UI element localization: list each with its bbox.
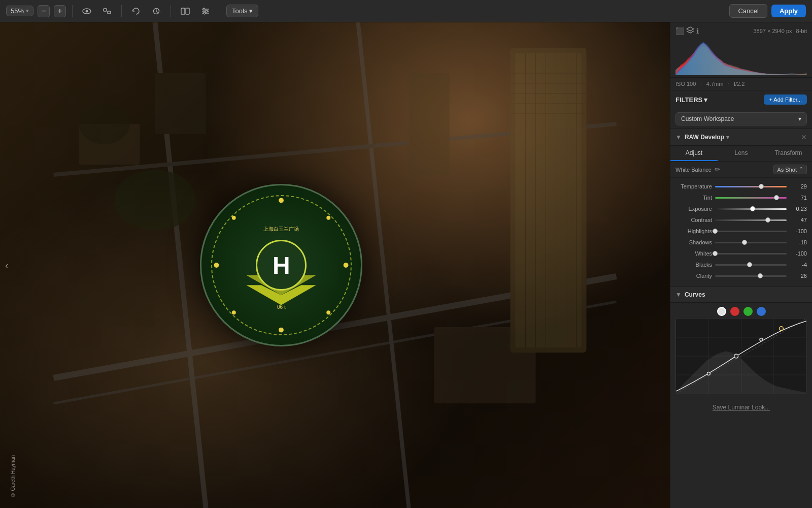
slider-thumb-blacks[interactable]	[747, 262, 752, 267]
histogram-icon[interactable]: ⬛	[675, 27, 684, 35]
slider-value-shadows: -18	[790, 239, 807, 245]
toolbar-right: Cancel Apply	[729, 4, 806, 18]
filters-header: FILTERS ▾ + Add Filter...	[670, 90, 812, 109]
layout-button[interactable]	[177, 3, 193, 19]
raw-develop-header[interactable]: ▼ RAW Develop ▾ ✕	[670, 129, 812, 146]
exif-row: ISO 100 · 4.7mm · f/2.2	[670, 78, 812, 90]
slider-track-shadows[interactable]	[715, 239, 787, 246]
wb-label: White Balance	[675, 167, 712, 173]
slider-thumb-highlights[interactable]	[713, 229, 718, 234]
slider-track-highlights[interactable]	[715, 228, 787, 235]
curve-point-mid[interactable]	[734, 354, 738, 358]
toolbar-separator-4	[220, 5, 220, 17]
white-balance-row: White Balance ✏ As Shot ⌃	[670, 162, 812, 178]
fit-icon	[103, 8, 112, 15]
nav-arrow-left[interactable]: ‹	[5, 260, 9, 271]
tab-transform[interactable]: Transform	[765, 146, 812, 161]
bitdepth-text: 8-bit	[796, 28, 807, 34]
slider-value-highlights: -100	[790, 228, 807, 234]
slider-track-blacks[interactable]	[715, 261, 787, 268]
slider-track-tint[interactable]	[715, 194, 787, 201]
slider-row-temperature: Temperature 29	[675, 183, 807, 190]
svg-rect-2	[104, 9, 107, 11]
workspace-label: Custom Workspace	[681, 115, 734, 122]
curves-header[interactable]: ▼ Curves	[670, 287, 812, 303]
history-button[interactable]	[148, 3, 164, 19]
svg-point-10	[203, 8, 205, 10]
svg-point-24	[79, 104, 130, 144]
tools-dropdown[interactable]: Tools ▾	[226, 5, 258, 17]
slider-thumb-temperature[interactable]	[759, 184, 764, 189]
helipad-h-marker: H	[256, 240, 307, 291]
curves-green-dot[interactable]	[743, 307, 753, 316]
helipad: 上海白玉兰广场 H 06 t	[200, 184, 362, 346]
panel-content[interactable]: ▼ RAW Develop ▾ ✕ Adjust Lens Transform …	[670, 129, 812, 508]
add-filter-button[interactable]: + Add Filter...	[764, 94, 807, 105]
info-icon[interactable]: ℹ	[696, 27, 699, 35]
slider-track-clarity[interactable]	[715, 272, 787, 279]
curves-white-dot[interactable]	[717, 307, 726, 316]
eyedropper-icon[interactable]: ✏	[715, 166, 720, 173]
tab-lens[interactable]: Lens	[718, 146, 765, 161]
curves-collapse-arrow: ▼	[675, 291, 682, 298]
slider-thumb-whites[interactable]	[713, 251, 718, 256]
histogram-icons: ⬛ ℹ	[675, 26, 699, 35]
curve-point-shadow[interactable]	[707, 372, 710, 375]
workspace-dropdown[interactable]: Custom Workspace ▾	[675, 112, 807, 125]
tabs-row: Adjust Lens Transform	[670, 146, 812, 162]
slider-row-highlights: Highlights -100	[675, 228, 807, 235]
aperture-text: f/2.2	[734, 81, 745, 87]
save-look-section: Save Luminar Look...	[670, 398, 812, 416]
slider-label-temperature: Temperature	[675, 183, 712, 189]
apply-button[interactable]: Apply	[771, 5, 806, 17]
slider-thumb-clarity[interactable]	[758, 273, 763, 278]
slider-thumb-shadows[interactable]	[742, 240, 747, 245]
fit-button[interactable]	[99, 3, 115, 19]
curves-svg	[676, 319, 806, 394]
curves-red-dot[interactable]	[730, 307, 739, 316]
slider-track-exposure[interactable]	[715, 205, 787, 212]
zoom-value: 55%	[11, 7, 24, 15]
zoom-out-button[interactable]: −	[38, 5, 50, 17]
zoom-in-button[interactable]: +	[54, 5, 66, 17]
slider-label-blacks: Blacks	[675, 262, 712, 268]
curves-blue-dot[interactable]	[757, 307, 766, 316]
slider-thumb-tint[interactable]	[774, 195, 779, 200]
settings-button[interactable]	[197, 3, 214, 19]
histogram-section: ⬛ ℹ 3897 × 2940 px 8-bit	[670, 22, 812, 78]
slider-thumb-contrast[interactable]	[765, 217, 770, 223]
tools-arrow: ▾	[249, 7, 253, 15]
slider-value-whites: -100	[790, 250, 807, 257]
slider-track-whites[interactable]	[715, 250, 787, 257]
slider-track-contrast[interactable]	[715, 216, 787, 224]
preview-button[interactable]	[79, 3, 95, 19]
cancel-button[interactable]: Cancel	[729, 4, 767, 18]
slider-value-clarity: 26	[790, 273, 807, 279]
curves-canvas[interactable]	[675, 318, 807, 394]
svg-point-12	[204, 12, 206, 14]
layers-icon[interactable]	[686, 26, 694, 35]
slider-track-temperature[interactable]	[715, 183, 787, 190]
undo-button[interactable]	[128, 3, 144, 19]
wb-value-dropdown[interactable]: As Shot ⌃	[773, 165, 807, 174]
save-luminar-look-button[interactable]: Save Luminar Look...	[713, 404, 770, 411]
svg-point-11	[206, 10, 208, 12]
tab-adjust[interactable]: Adjust	[670, 146, 718, 161]
filters-arrow[interactable]: ▾	[704, 96, 707, 104]
curve-point-high[interactable]	[779, 327, 783, 331]
slider-label-whites: Whites	[675, 250, 712, 257]
main-content: 上海白玉兰广场 H 06 t ‹ © Gareth Hayman ⬛	[0, 22, 812, 508]
svg-rect-20	[409, 73, 450, 175]
zoom-control[interactable]: 55% ▾	[6, 6, 33, 16]
svg-point-45	[327, 310, 331, 314]
slider-row-clarity: Clarity 26	[675, 272, 807, 279]
raw-develop-close-button[interactable]: ✕	[801, 133, 807, 141]
slider-thumb-exposure[interactable]	[750, 206, 755, 211]
right-panel: ⬛ ℹ 3897 × 2940 px 8-bit	[670, 22, 812, 508]
toolbar-separator-3	[171, 5, 171, 17]
histogram-meta: ⬛ ℹ 3897 × 2940 px 8-bit	[675, 26, 807, 35]
slider-label-tint: Tint	[675, 195, 712, 201]
curve-point-upper[interactable]	[760, 338, 763, 341]
svg-rect-5	[181, 8, 185, 14]
slider-label-clarity: Clarity	[675, 273, 712, 279]
